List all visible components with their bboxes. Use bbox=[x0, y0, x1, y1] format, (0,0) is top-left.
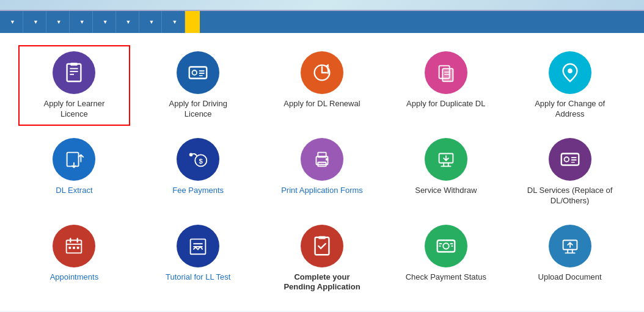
icon-item-fee-payments-icon[interactable]: $Fee Payments bbox=[142, 132, 254, 212]
icon-label-tutorial-ll-test: Tutorial for LL Test bbox=[166, 272, 230, 283]
icon-circle-apply-duplicate-dl bbox=[425, 51, 467, 94]
nav-driving-licence[interactable]: ▼ bbox=[23, 11, 46, 33]
icon-item-appointments-icon[interactable]: Appointments bbox=[18, 219, 130, 299]
chevron-down-icon: ▼ bbox=[126, 19, 131, 25]
icon-item-dl-extract[interactable]: DL Extract bbox=[18, 132, 130, 212]
icon-label-complete-pending-application: Complete your Pending Application bbox=[279, 272, 365, 293]
svg-point-27 bbox=[564, 157, 569, 162]
svg-rect-35 bbox=[69, 247, 71, 249]
svg-rect-0 bbox=[67, 64, 81, 82]
svg-rect-37 bbox=[77, 247, 79, 249]
svg-rect-17 bbox=[67, 152, 79, 166]
nav-upload-document[interactable]: ▼ bbox=[116, 11, 139, 33]
icon-item-apply-duplicate-dl[interactable]: Apply for Duplicate DL bbox=[390, 45, 502, 126]
icon-item-dl-services[interactable]: DL Services (Replace of DL/Others) bbox=[514, 132, 626, 212]
svg-rect-41 bbox=[315, 237, 329, 255]
svg-point-6 bbox=[192, 70, 197, 75]
page-header bbox=[0, 0, 644, 11]
icon-circle-tutorial-ll-test bbox=[177, 225, 219, 267]
icon-label-service-withdraw: Service Withdraw bbox=[415, 186, 477, 196]
nav-others[interactable]: ▼ bbox=[162, 11, 185, 33]
icon-circle-check-payment-status bbox=[425, 225, 467, 267]
icon-grid: Apply for Learner LicenceApply for Drivi… bbox=[18, 45, 626, 299]
svg-rect-42 bbox=[318, 236, 325, 239]
icon-label-apply-change-address: Apply for Change of Address bbox=[527, 99, 613, 120]
chevron-down-icon: ▼ bbox=[149, 19, 155, 25]
nav-appointments[interactable]: ▼ bbox=[93, 11, 116, 33]
icon-item-apply-driving-licence[interactable]: Apply for Driving Licence bbox=[142, 45, 254, 126]
icon-circle-dl-extract bbox=[53, 138, 95, 181]
chevron-down-icon: ▼ bbox=[56, 19, 62, 25]
icon-label-apply-learner-licence: Apply for Learner Licence bbox=[31, 99, 117, 120]
icon-item-print-application-forms[interactable]: Print Application Forms bbox=[266, 132, 378, 212]
navbar: ▼ ▼ ▼ ▼ ▼ ▼ ▼ ▼ bbox=[0, 11, 644, 33]
icon-label-appointments-icon: Appointments bbox=[50, 272, 99, 283]
icon-circle-apply-dl-renewal bbox=[301, 51, 343, 94]
icon-circle-dl-services bbox=[549, 138, 591, 181]
svg-rect-4 bbox=[71, 63, 78, 66]
main-content: Apply for Learner LicenceApply for Drivi… bbox=[0, 33, 644, 311]
nav-fee-payments[interactable]: ▼ bbox=[139, 11, 163, 33]
chevron-down-icon: ▼ bbox=[79, 19, 85, 25]
chevron-down-icon: ▼ bbox=[33, 19, 38, 25]
icon-label-print-application-forms: Print Application Forms bbox=[281, 186, 363, 196]
svg-point-20 bbox=[189, 153, 193, 156]
icon-item-apply-change-address[interactable]: Apply for Change of Address bbox=[514, 45, 626, 126]
nav-driving-school-licence[interactable]: ▼ bbox=[70, 11, 93, 33]
icon-label-fee-payments-icon: Fee Payments bbox=[172, 186, 224, 196]
icon-item-service-withdraw[interactable]: Service Withdraw bbox=[390, 132, 502, 212]
icon-circle-complete-pending-application bbox=[301, 225, 343, 267]
icon-item-check-payment-status[interactable]: Check Payment Status bbox=[390, 219, 502, 299]
icon-circle-upload-document-icon bbox=[549, 225, 591, 267]
icon-circle-service-withdraw bbox=[425, 138, 467, 181]
nav-learner-licence[interactable]: ▼ bbox=[0, 11, 23, 33]
chevron-down-icon: ▼ bbox=[10, 19, 15, 25]
svg-point-24 bbox=[326, 158, 328, 161]
icon-circle-appointments-icon bbox=[53, 225, 95, 267]
svg-text:$: $ bbox=[199, 157, 203, 164]
icon-circle-apply-change-address bbox=[549, 51, 591, 94]
chevron-down-icon: ▼ bbox=[172, 19, 177, 25]
icon-item-apply-dl-renewal[interactable]: Apply for DL Renewal bbox=[266, 45, 378, 126]
icon-item-tutorial-ll-test[interactable]: Tutorial for LL Test bbox=[142, 219, 254, 299]
icon-label-dl-extract: DL Extract bbox=[56, 186, 92, 196]
svg-point-16 bbox=[568, 68, 573, 73]
icon-label-apply-driving-licence: Apply for Driving Licence bbox=[155, 99, 241, 120]
icon-circle-apply-driving-licence bbox=[177, 51, 219, 94]
chevron-down-icon: ▼ bbox=[103, 19, 108, 25]
icon-item-apply-learner-licence[interactable]: Apply for Learner Licence bbox=[18, 45, 130, 126]
icon-label-check-payment-status: Check Payment Status bbox=[406, 272, 486, 283]
icon-item-complete-pending-application[interactable]: Complete your Pending Application bbox=[266, 219, 378, 299]
icon-item-upload-document-icon[interactable]: Upload Document bbox=[514, 219, 626, 299]
icon-circle-apply-learner-licence bbox=[53, 51, 95, 94]
icon-circle-print-application-forms bbox=[301, 138, 343, 181]
nav-application-status[interactable] bbox=[185, 11, 200, 33]
svg-rect-36 bbox=[73, 247, 75, 249]
icon-label-apply-dl-renewal: Apply for DL Renewal bbox=[284, 99, 360, 109]
svg-rect-13 bbox=[442, 68, 453, 81]
svg-point-44 bbox=[443, 243, 449, 249]
icon-label-apply-duplicate-dl: Apply for Duplicate DL bbox=[406, 99, 485, 109]
icon-label-dl-services: DL Services (Replace of DL/Others) bbox=[527, 186, 613, 206]
icon-circle-fee-payments-icon: $ bbox=[177, 138, 219, 181]
nav-conductor-licence[interactable]: ▼ bbox=[46, 11, 70, 33]
icon-label-upload-document-icon: Upload Document bbox=[538, 272, 602, 283]
